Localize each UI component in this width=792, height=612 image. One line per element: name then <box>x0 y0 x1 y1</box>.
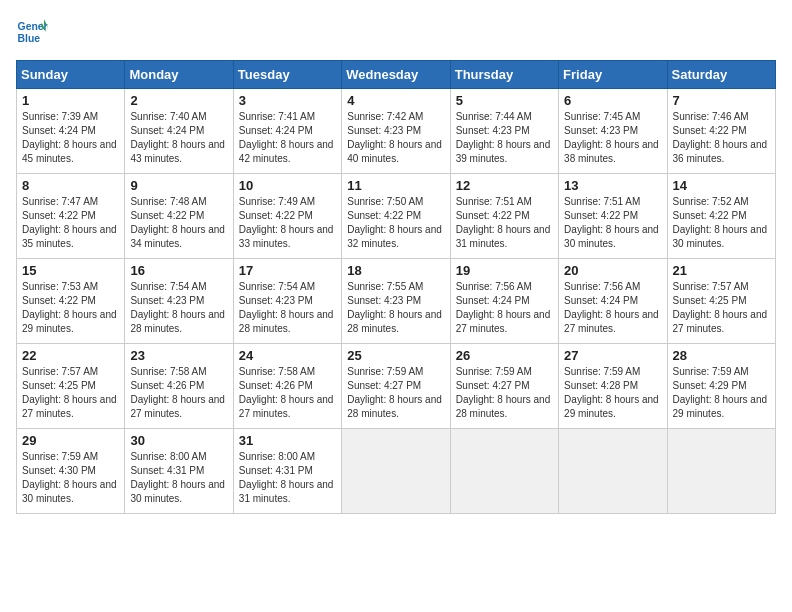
day-number: 12 <box>456 178 553 193</box>
day-info: Sunrise: 7:52 AMSunset: 4:22 PMDaylight:… <box>673 195 770 251</box>
calendar-cell: 25Sunrise: 7:59 AMSunset: 4:27 PMDayligh… <box>342 344 450 429</box>
day-number: 11 <box>347 178 444 193</box>
weekday-header: Tuesday <box>233 61 341 89</box>
day-number: 6 <box>564 93 661 108</box>
day-number: 24 <box>239 348 336 363</box>
day-number: 22 <box>22 348 119 363</box>
day-number: 27 <box>564 348 661 363</box>
calendar-cell: 24Sunrise: 7:58 AMSunset: 4:26 PMDayligh… <box>233 344 341 429</box>
day-info: Sunrise: 7:54 AMSunset: 4:23 PMDaylight:… <box>239 280 336 336</box>
day-number: 9 <box>130 178 227 193</box>
day-info: Sunrise: 7:50 AMSunset: 4:22 PMDaylight:… <box>347 195 444 251</box>
day-info: Sunrise: 7:58 AMSunset: 4:26 PMDaylight:… <box>239 365 336 421</box>
calendar-cell: 13Sunrise: 7:51 AMSunset: 4:22 PMDayligh… <box>559 174 667 259</box>
calendar-cell: 15Sunrise: 7:53 AMSunset: 4:22 PMDayligh… <box>17 259 125 344</box>
weekday-header: Monday <box>125 61 233 89</box>
page-header: General Blue <box>16 16 776 48</box>
day-number: 4 <box>347 93 444 108</box>
day-info: Sunrise: 7:39 AMSunset: 4:24 PMDaylight:… <box>22 110 119 166</box>
day-number: 7 <box>673 93 770 108</box>
day-info: Sunrise: 7:45 AMSunset: 4:23 PMDaylight:… <box>564 110 661 166</box>
day-number: 10 <box>239 178 336 193</box>
calendar-cell: 31Sunrise: 8:00 AMSunset: 4:31 PMDayligh… <box>233 429 341 514</box>
day-number: 25 <box>347 348 444 363</box>
day-number: 16 <box>130 263 227 278</box>
day-info: Sunrise: 8:00 AMSunset: 4:31 PMDaylight:… <box>239 450 336 506</box>
day-info: Sunrise: 7:59 AMSunset: 4:27 PMDaylight:… <box>347 365 444 421</box>
calendar-cell: 23Sunrise: 7:58 AMSunset: 4:26 PMDayligh… <box>125 344 233 429</box>
calendar-cell: 6Sunrise: 7:45 AMSunset: 4:23 PMDaylight… <box>559 89 667 174</box>
day-number: 15 <box>22 263 119 278</box>
day-info: Sunrise: 7:57 AMSunset: 4:25 PMDaylight:… <box>22 365 119 421</box>
calendar-cell: 10Sunrise: 7:49 AMSunset: 4:22 PMDayligh… <box>233 174 341 259</box>
logo: General Blue <box>16 16 48 48</box>
day-number: 23 <box>130 348 227 363</box>
day-number: 28 <box>673 348 770 363</box>
day-info: Sunrise: 7:44 AMSunset: 4:23 PMDaylight:… <box>456 110 553 166</box>
calendar-cell: 3Sunrise: 7:41 AMSunset: 4:24 PMDaylight… <box>233 89 341 174</box>
calendar-cell: 12Sunrise: 7:51 AMSunset: 4:22 PMDayligh… <box>450 174 558 259</box>
day-info: Sunrise: 7:57 AMSunset: 4:25 PMDaylight:… <box>673 280 770 336</box>
calendar-cell: 22Sunrise: 7:57 AMSunset: 4:25 PMDayligh… <box>17 344 125 429</box>
calendar-cell <box>342 429 450 514</box>
day-number: 20 <box>564 263 661 278</box>
day-info: Sunrise: 7:48 AMSunset: 4:22 PMDaylight:… <box>130 195 227 251</box>
calendar-cell: 18Sunrise: 7:55 AMSunset: 4:23 PMDayligh… <box>342 259 450 344</box>
day-number: 14 <box>673 178 770 193</box>
weekday-header: Wednesday <box>342 61 450 89</box>
calendar-cell: 26Sunrise: 7:59 AMSunset: 4:27 PMDayligh… <box>450 344 558 429</box>
day-info: Sunrise: 7:59 AMSunset: 4:28 PMDaylight:… <box>564 365 661 421</box>
calendar-cell: 9Sunrise: 7:48 AMSunset: 4:22 PMDaylight… <box>125 174 233 259</box>
calendar-cell: 30Sunrise: 8:00 AMSunset: 4:31 PMDayligh… <box>125 429 233 514</box>
day-number: 26 <box>456 348 553 363</box>
day-info: Sunrise: 7:51 AMSunset: 4:22 PMDaylight:… <box>564 195 661 251</box>
weekday-header: Thursday <box>450 61 558 89</box>
calendar-cell: 14Sunrise: 7:52 AMSunset: 4:22 PMDayligh… <box>667 174 775 259</box>
day-number: 8 <box>22 178 119 193</box>
day-info: Sunrise: 7:54 AMSunset: 4:23 PMDaylight:… <box>130 280 227 336</box>
day-info: Sunrise: 7:59 AMSunset: 4:29 PMDaylight:… <box>673 365 770 421</box>
calendar-cell: 8Sunrise: 7:47 AMSunset: 4:22 PMDaylight… <box>17 174 125 259</box>
weekday-header: Sunday <box>17 61 125 89</box>
calendar-week-row: 1Sunrise: 7:39 AMSunset: 4:24 PMDaylight… <box>17 89 776 174</box>
calendar-cell <box>450 429 558 514</box>
day-info: Sunrise: 7:58 AMSunset: 4:26 PMDaylight:… <box>130 365 227 421</box>
calendar-cell <box>667 429 775 514</box>
calendar-cell: 29Sunrise: 7:59 AMSunset: 4:30 PMDayligh… <box>17 429 125 514</box>
day-number: 30 <box>130 433 227 448</box>
day-number: 21 <box>673 263 770 278</box>
day-number: 13 <box>564 178 661 193</box>
calendar-cell: 17Sunrise: 7:54 AMSunset: 4:23 PMDayligh… <box>233 259 341 344</box>
day-info: Sunrise: 7:53 AMSunset: 4:22 PMDaylight:… <box>22 280 119 336</box>
day-info: Sunrise: 7:42 AMSunset: 4:23 PMDaylight:… <box>347 110 444 166</box>
day-number: 18 <box>347 263 444 278</box>
day-info: Sunrise: 7:56 AMSunset: 4:24 PMDaylight:… <box>564 280 661 336</box>
calendar-cell: 2Sunrise: 7:40 AMSunset: 4:24 PMDaylight… <box>125 89 233 174</box>
day-info: Sunrise: 7:47 AMSunset: 4:22 PMDaylight:… <box>22 195 119 251</box>
calendar-cell: 20Sunrise: 7:56 AMSunset: 4:24 PMDayligh… <box>559 259 667 344</box>
calendar-cell: 1Sunrise: 7:39 AMSunset: 4:24 PMDaylight… <box>17 89 125 174</box>
weekday-header: Friday <box>559 61 667 89</box>
calendar-cell: 16Sunrise: 7:54 AMSunset: 4:23 PMDayligh… <box>125 259 233 344</box>
day-info: Sunrise: 7:51 AMSunset: 4:22 PMDaylight:… <box>456 195 553 251</box>
day-number: 31 <box>239 433 336 448</box>
day-info: Sunrise: 7:49 AMSunset: 4:22 PMDaylight:… <box>239 195 336 251</box>
day-info: Sunrise: 7:46 AMSunset: 4:22 PMDaylight:… <box>673 110 770 166</box>
weekday-header: Saturday <box>667 61 775 89</box>
day-number: 29 <box>22 433 119 448</box>
calendar-cell: 7Sunrise: 7:46 AMSunset: 4:22 PMDaylight… <box>667 89 775 174</box>
calendar-week-row: 22Sunrise: 7:57 AMSunset: 4:25 PMDayligh… <box>17 344 776 429</box>
day-number: 5 <box>456 93 553 108</box>
logo-icon: General Blue <box>16 16 48 48</box>
calendar-cell: 11Sunrise: 7:50 AMSunset: 4:22 PMDayligh… <box>342 174 450 259</box>
day-number: 1 <box>22 93 119 108</box>
day-info: Sunrise: 7:41 AMSunset: 4:24 PMDaylight:… <box>239 110 336 166</box>
day-info: Sunrise: 7:56 AMSunset: 4:24 PMDaylight:… <box>456 280 553 336</box>
calendar-cell: 5Sunrise: 7:44 AMSunset: 4:23 PMDaylight… <box>450 89 558 174</box>
calendar-week-row: 15Sunrise: 7:53 AMSunset: 4:22 PMDayligh… <box>17 259 776 344</box>
calendar-cell: 28Sunrise: 7:59 AMSunset: 4:29 PMDayligh… <box>667 344 775 429</box>
day-number: 17 <box>239 263 336 278</box>
calendar-cell: 27Sunrise: 7:59 AMSunset: 4:28 PMDayligh… <box>559 344 667 429</box>
calendar-cell: 4Sunrise: 7:42 AMSunset: 4:23 PMDaylight… <box>342 89 450 174</box>
day-info: Sunrise: 8:00 AMSunset: 4:31 PMDaylight:… <box>130 450 227 506</box>
